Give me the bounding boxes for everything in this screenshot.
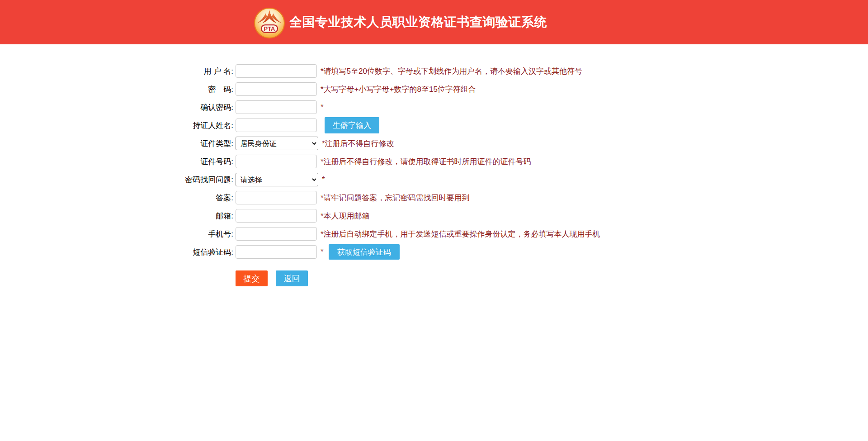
sms-code-required-mark: * bbox=[321, 247, 324, 256]
back-button[interactable]: 返回 bbox=[276, 270, 308, 286]
security-question-label: 密码找回问题: bbox=[177, 175, 233, 185]
password-hint: *大写字母+小写字母+数字的8至15位字符组合 bbox=[321, 84, 476, 95]
pta-logo-icon: PTA bbox=[254, 7, 285, 39]
answer-label: 答案: bbox=[177, 193, 233, 203]
mobile-label: 手机号: bbox=[177, 229, 233, 239]
mobile-input[interactable] bbox=[236, 227, 317, 241]
form-row-email: 邮箱: *本人现用邮箱 bbox=[177, 207, 868, 225]
registration-form: 用 户 名: *请填写5至20位数字、字母或下划线作为用户名，请不要输入汉字或其… bbox=[0, 44, 868, 286]
rare-character-input-button[interactable]: 生僻字输入 bbox=[325, 117, 379, 133]
form-row-sms-code: 短信验证码: * 获取短信验证码 bbox=[177, 243, 868, 261]
form-row-username: 用 户 名: *请填写5至20位数字、字母或下划线作为用户名，请不要输入汉字或其… bbox=[177, 62, 868, 80]
cert-number-hint: *注册后不得自行修改，请使用取得证书时所用证件的证件号码 bbox=[321, 156, 531, 167]
username-label: 用 户 名: bbox=[177, 66, 233, 76]
get-sms-code-button[interactable]: 获取短信验证码 bbox=[329, 244, 400, 260]
security-question-required-mark: * bbox=[322, 175, 325, 184]
form-row-mobile: 手机号: *注册后自动绑定手机，用于发送短信或重要操作身份认定，务必填写本人现用… bbox=[177, 225, 868, 243]
confirm-password-input[interactable] bbox=[236, 100, 317, 114]
form-row-holder-name: 持证人姓名: 生僻字输入 bbox=[177, 116, 868, 134]
security-question-select[interactable]: 请选择 bbox=[236, 173, 318, 186]
form-row-confirm-password: 确认密码: * bbox=[177, 98, 868, 116]
form-row-cert-type: 证件类型: 居民身份证 *注册后不得自行修改 bbox=[177, 134, 868, 152]
email-hint: *本人现用邮箱 bbox=[321, 211, 370, 221]
form-actions: 提交 返回 bbox=[236, 270, 868, 286]
app-header: PTA 全国专业技术人员职业资格证书查询验证系统 bbox=[0, 0, 868, 44]
cert-number-input[interactable] bbox=[236, 155, 317, 168]
holder-name-label: 持证人姓名: bbox=[177, 120, 233, 131]
sms-code-input[interactable] bbox=[236, 245, 317, 259]
answer-hint: *请牢记问题答案，忘记密码需找回时要用到 bbox=[321, 193, 470, 203]
username-hint: *请填写5至20位数字、字母或下划线作为用户名，请不要输入汉字或其他符号 bbox=[321, 66, 582, 76]
answer-input[interactable] bbox=[236, 191, 317, 204]
form-row-security-question: 密码找回问题: 请选择 * bbox=[177, 171, 868, 189]
cert-type-select[interactable]: 居民身份证 bbox=[236, 137, 318, 150]
cert-type-hint: *注册后不得自行修改 bbox=[322, 138, 394, 149]
form-row-answer: 答案: *请牢记问题答案，忘记密码需找回时要用到 bbox=[177, 189, 868, 207]
confirm-password-label: 确认密码: bbox=[177, 102, 233, 113]
pta-logo-text: PTA bbox=[264, 25, 275, 32]
password-label: 密 码: bbox=[177, 84, 233, 95]
form-row-cert-number: 证件号码: *注册后不得自行修改，请使用取得证书时所用证件的证件号码 bbox=[177, 152, 868, 171]
confirm-password-required-mark: * bbox=[321, 103, 324, 112]
mobile-hint: *注册后自动绑定手机，用于发送短信或重要操作身份认定，务必填写本人现用手机 bbox=[321, 229, 600, 239]
header-content: PTA 全国专业技术人员职业资格证书查询验证系统 bbox=[254, 0, 547, 44]
password-input[interactable] bbox=[236, 82, 317, 96]
cert-type-label: 证件类型: bbox=[177, 138, 233, 149]
form-row-password: 密 码: *大写字母+小写字母+数字的8至15位字符组合 bbox=[177, 80, 868, 98]
holder-name-input[interactable] bbox=[236, 119, 317, 132]
cert-number-label: 证件号码: bbox=[177, 156, 233, 167]
page-title: 全国专业技术人员职业资格证书查询验证系统 bbox=[289, 14, 547, 31]
submit-button[interactable]: 提交 bbox=[236, 270, 268, 286]
username-input[interactable] bbox=[236, 64, 317, 78]
email-label: 邮箱: bbox=[177, 211, 233, 221]
sms-code-label: 短信验证码: bbox=[177, 247, 233, 257]
email-input[interactable] bbox=[236, 209, 317, 223]
